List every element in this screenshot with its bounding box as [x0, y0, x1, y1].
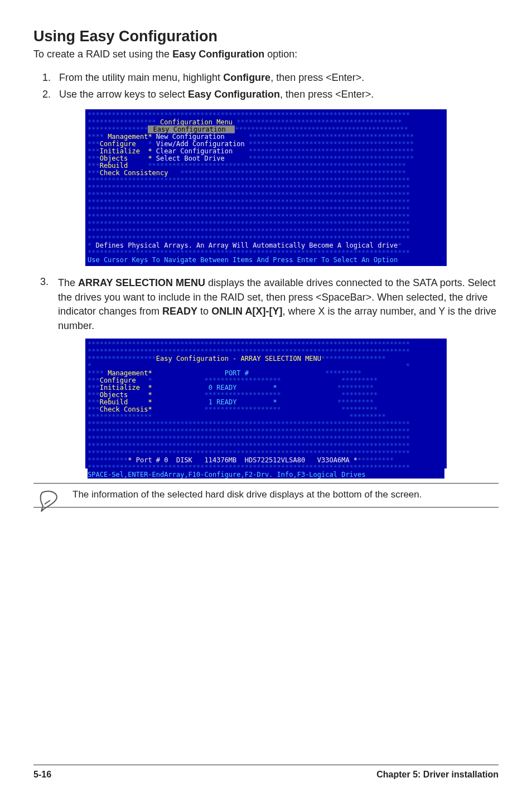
bios2-footer: SPACE-Sel,ENTER-EndArray,F10-Configure,F… [88, 471, 366, 479]
bios2-row0: 0 READY [209, 384, 237, 392]
bios1-help: Defines Physical Arrays. An Array Will A… [91, 241, 398, 249]
svg-line-0 [45, 500, 50, 504]
step1-pre: From the utility main menu, highlight [59, 72, 223, 83]
page-heading: Using Easy Configuration [33, 28, 499, 45]
bios1-initialize: Initialize [100, 147, 140, 155]
bios2-check: Check Consis [100, 405, 148, 413]
bios2-initialize: Initialize [100, 384, 140, 392]
step-2: Use the arrow keys to select Easy Config… [54, 87, 499, 102]
step3-b2: READY [162, 306, 197, 317]
step2-post: , then press <Enter>. [280, 89, 374, 100]
bios2-objects: Objects [100, 391, 128, 399]
bios1-configure: Configure [100, 140, 136, 148]
bios2-title: Easy Configuration - ARRAY SELECTION MEN… [156, 355, 321, 363]
bios1-title: Configuration Menu [156, 118, 237, 126]
bios1-check: Check Consistency [100, 169, 168, 177]
footer-chapter: Chapter 5: Driver installation [376, 770, 499, 780]
bios2-management: Management [108, 369, 148, 377]
note-icon [39, 489, 62, 513]
step-1: From the utility main menu, highlight Co… [54, 70, 499, 85]
footer-page-number: 5-16 [33, 770, 51, 780]
intro-strong: Easy Configuration [172, 49, 264, 60]
steps-list: From the utility main menu, highlight Co… [33, 70, 499, 102]
step2-bold: Easy Configuration [188, 89, 280, 100]
note-text: The information of the selected hard dis… [72, 489, 422, 500]
bios1-new: New Configuration [156, 133, 225, 141]
bios2-row1: 1 READY [209, 398, 237, 406]
bios1-footer: Use Cursor Keys To Navigate Between Item… [88, 256, 398, 264]
note-box: The information of the selected hard dis… [33, 483, 499, 508]
bios1-objects: Objects [100, 154, 128, 162]
bios1-boot: Select Boot Drive [156, 154, 225, 162]
step3-b1: ARRAY SELECTION MENU [78, 277, 205, 288]
page-footer: 5-16 Chapter 5: Driver installation [33, 765, 499, 780]
bios2-configure: Configure [100, 376, 136, 384]
intro-text: To create a RAID set using the Easy Conf… [33, 49, 499, 60]
bios1-management: Management [108, 133, 148, 141]
bios1-clear: Clear Configuration [156, 147, 233, 155]
bios2-info: Port # 0 DISK 114376MB HDS722512VLSA80 V… [136, 456, 350, 464]
bios-screenshot-1: ****************************************… [85, 109, 447, 266]
step3-d: to [197, 306, 211, 317]
bios2-rebuild: Rebuild [100, 398, 128, 406]
intro-post: option: [264, 49, 297, 60]
bios1-highlighted: Easy Configuration [148, 125, 235, 133]
bios1-rebuild: Rebuild [100, 162, 128, 170]
bios2-port-hdr: PORT # [225, 369, 249, 377]
bios-screenshot-2: ****************************************… [85, 339, 447, 468]
step-3: The ARRAY SELECTION MENU displays the av… [58, 276, 499, 333]
step2-pre: Use the arrow keys to select [59, 89, 188, 100]
step3-number: 3. [40, 276, 58, 333]
step1-bold: Configure [223, 72, 270, 83]
step3-b3: ONLIN A[X]-[Y] [211, 306, 282, 317]
step1-post: , then press <Enter>. [270, 72, 364, 83]
intro-pre: To create a RAID set using the [33, 49, 172, 60]
bios1-view: View/Add Configuration [156, 140, 245, 148]
step3-a: The [58, 277, 78, 288]
